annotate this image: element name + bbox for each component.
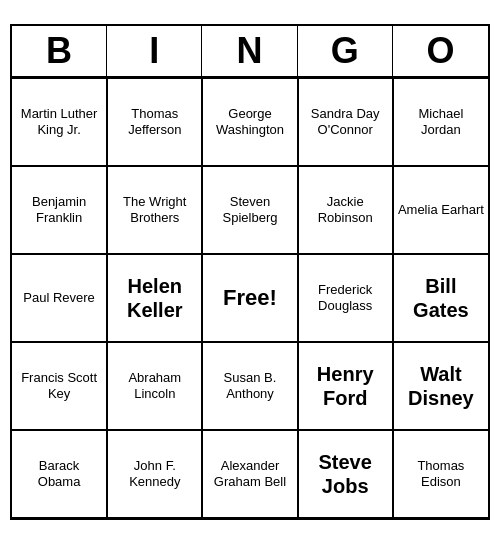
bingo-cell: Abraham Lincoln xyxy=(107,342,202,430)
bingo-letter: B xyxy=(12,26,107,76)
bingo-cell: Steve Jobs xyxy=(298,430,393,518)
free-space: Free! xyxy=(202,254,297,342)
bingo-cell: John F. Kennedy xyxy=(107,430,202,518)
bingo-cell: Steven Spielberg xyxy=(202,166,297,254)
bingo-cell: Amelia Earhart xyxy=(393,166,488,254)
bingo-cell: Alexander Graham Bell xyxy=(202,430,297,518)
bingo-cell: Helen Keller xyxy=(107,254,202,342)
bingo-cell: George Washington xyxy=(202,78,297,166)
bingo-letter: G xyxy=(298,26,393,76)
bingo-cell: Michael Jordan xyxy=(393,78,488,166)
bingo-cell: Bill Gates xyxy=(393,254,488,342)
bingo-cell: Sandra Day O'Connor xyxy=(298,78,393,166)
bingo-cell: Susan B. Anthony xyxy=(202,342,297,430)
bingo-cell: Henry Ford xyxy=(298,342,393,430)
bingo-cell: Thomas Edison xyxy=(393,430,488,518)
bingo-letter: O xyxy=(393,26,488,76)
bingo-header: BINGO xyxy=(12,26,488,78)
bingo-cell: Francis Scott Key xyxy=(12,342,107,430)
bingo-cell: Martin Luther King Jr. xyxy=(12,78,107,166)
bingo-cell: Thomas Jefferson xyxy=(107,78,202,166)
bingo-cell: The Wright Brothers xyxy=(107,166,202,254)
bingo-cell: Paul Revere xyxy=(12,254,107,342)
bingo-cell: Benjamin Franklin xyxy=(12,166,107,254)
bingo-cell: Walt Disney xyxy=(393,342,488,430)
bingo-cell: Barack Obama xyxy=(12,430,107,518)
bingo-cell: Jackie Robinson xyxy=(298,166,393,254)
bingo-grid: Martin Luther King Jr.Thomas JeffersonGe… xyxy=(12,78,488,518)
bingo-cell: Frederick Douglass xyxy=(298,254,393,342)
bingo-card: BINGO Martin Luther King Jr.Thomas Jeffe… xyxy=(10,24,490,520)
bingo-letter: I xyxy=(107,26,202,76)
bingo-letter: N xyxy=(202,26,297,76)
